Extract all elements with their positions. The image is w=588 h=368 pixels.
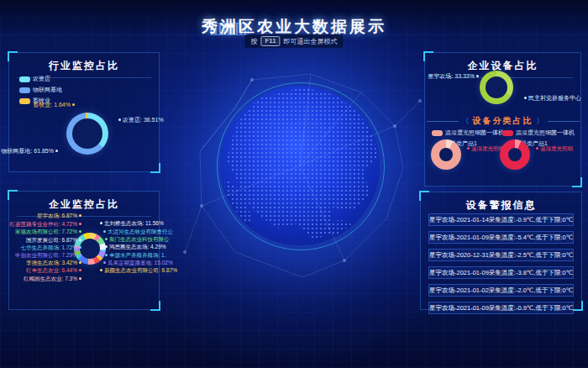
chart-label: 星宇农场: 6.87% — [37, 213, 81, 219]
legend-label: 农资店 — [33, 75, 50, 83]
chart-label: 民主村党群服务中心 — [524, 95, 581, 102]
bracket-right: 〉 — [537, 118, 544, 125]
f11-key-badge: F11 — [260, 36, 280, 46]
device-donut-chart[interactable] — [480, 71, 513, 104]
chart-label: 大运河生态牧业有限责任公 — [103, 229, 173, 235]
legend-swatch — [19, 87, 30, 93]
device-class-subtitle: 〈 设备分类占比 〉 — [425, 115, 580, 127]
industry-donut-chart[interactable] — [66, 113, 108, 155]
legend-swatch — [432, 130, 443, 136]
enterprise-panel-title: 企业监控占比 — [9, 192, 159, 212]
legend-label: 温湿度光照细菌一体机 — [516, 129, 575, 137]
legend-label: 物联网基地 — [33, 86, 62, 94]
bracket-left: 〈 — [462, 118, 470, 125]
chart-label: 红丰生态农业: 6.44% — [26, 267, 81, 274]
legend-swatch — [502, 130, 513, 136]
device-panel: 企业设备占比 星宇农场: 33.33% 民主村党群服务中心 〈 设备分类占比 〉… — [424, 52, 581, 187]
alarm-row: 星宇农场-2021-01-09采集温度:-5.4℃,低于下限:0℃ — [428, 231, 574, 244]
subtitle-text: 设备分类占比 — [473, 115, 533, 127]
chart-label: 北刘桥生态农场: 11.56% — [100, 220, 164, 227]
industry-panel: 行业监控占比 农资店 物联网基地 畜牧业 畜牧业: 1.64% 农资店: 36.… — [8, 52, 160, 172]
chart-label: 新颜生态农业有限公司: 6.87% — [100, 267, 177, 274]
decor-line — [548, 121, 580, 122]
chart-label: 中创农业有限公司: 7.29% — [15, 252, 81, 259]
alarm-row: 星宇农场-2021-01-09采集温度:-0.9℃,低于下限:0℃ — [428, 302, 574, 314]
alarm-row: 星宇农场-2021-01-14采集温度:-0.9℃,低于下限:0℃ — [428, 213, 574, 226]
industry-panel-title: 行业监控占比 — [9, 53, 159, 73]
device-class-donut-1[interactable] — [431, 139, 461, 170]
chart-label: 物联网基地: 61.85% — [1, 148, 58, 155]
legend-item[interactable]: 农资店 — [19, 75, 62, 83]
device-class-donut-2[interactable] — [500, 139, 530, 170]
alarm-row: 星宇农场-2021-01-02采集温度:-2.0℃,低于下限:0℃ — [428, 284, 574, 297]
enterprise-panel: 企业监控占比 星宇农场: 6.87% 红菱莲藕专业合作社: 4.72% 家福农场… — [8, 191, 160, 310]
alarm-row: 星宇农场-2020-12-31采集温度:-2.5℃,低于下限:0℃ — [428, 249, 574, 261]
chart-label: 聚门生态农业科技有限公 — [105, 236, 170, 243]
alarm-panel: 设备警报信息 星宇农场-2021-01-14采集温度:-0.9℃,低于下限:0℃… — [420, 192, 582, 310]
legend-swatch — [19, 76, 30, 82]
dashboard: 秀洲区农业大数据展示 按 F11 即可退出全屏模式 行业监 — [0, 0, 588, 368]
decor-line — [427, 121, 459, 122]
legend-label: 温湿度光照细菌一体机 — [445, 129, 504, 137]
industry-legend: 农资店 物联网基地 畜牧业 — [19, 75, 62, 105]
chart-label: 红梅园生态农业: 7.3% — [24, 276, 81, 282]
chart-label: 畜牧业: 1.64% — [33, 102, 75, 108]
globe-rim — [217, 82, 385, 250]
chart-label: 李强生态农场: 3.42% — [26, 260, 81, 266]
legend-swatch — [19, 98, 30, 104]
chart-label: 温湿度光照细 — [536, 145, 573, 152]
chart-label: 家福农场有限公司: 7.72% — [15, 229, 81, 235]
device-panel-title: 企业设备占比 — [425, 53, 580, 73]
chart-label: 星宇农场: 33.33% — [428, 73, 479, 80]
chart-label: 红菱莲藕专业合作社: 4.72% — [9, 221, 81, 228]
hint-prefix: 按 — [250, 37, 257, 46]
chart-label: 国开发展公司: 6.87% — [26, 237, 81, 244]
legend-item[interactable]: 温湿度光照细菌一体机 — [432, 129, 504, 137]
legend-item[interactable]: 物联网基地 — [19, 86, 62, 94]
hint-suffix: 即可退出全屏模式 — [284, 37, 338, 46]
alarm-row: 星宇农场-2021-01-09采集温度:-3.8℃,低于下限:0℃ — [428, 266, 574, 279]
legend-item[interactable]: 温湿度光照细菌一体机 — [502, 129, 575, 137]
chart-label: 七华生态养殖场: 1.72% — [20, 244, 81, 251]
chart-label: 鸿恩惠生态农场: 4.29% — [105, 244, 166, 250]
chart-label: 农资店: 36.51% — [118, 117, 164, 124]
fullscreen-hint: 按 F11 即可退出全屏模式 — [244, 34, 343, 48]
chart-label: 丰源水产养殖养殖场: 1. — [105, 252, 166, 259]
alarm-list: 星宇农场-2021-01-14采集温度:-0.9℃,低于下限:0℃ 星宇农场-2… — [428, 213, 574, 314]
chart-label: 瓜果定期直播基地: 15.02% — [103, 260, 173, 266]
alarm-panel-title: 设备警报信息 — [421, 192, 581, 213]
